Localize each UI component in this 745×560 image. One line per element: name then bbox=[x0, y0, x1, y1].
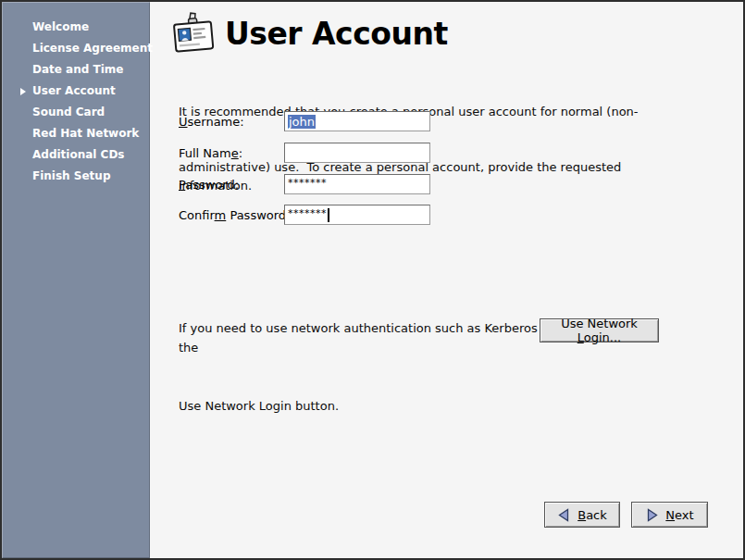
password-input[interactable]: ******* bbox=[284, 174, 430, 194]
sidebar-item-user-account: User Account bbox=[2, 81, 150, 102]
sidebar-item-sound-card: Sound Card bbox=[2, 102, 150, 123]
password-row: Password: ******* bbox=[179, 174, 430, 194]
sidebar-item-finish-setup: Finish Setup bbox=[2, 166, 150, 187]
next-button[interactable]: Next bbox=[631, 502, 708, 528]
next-arrow-icon bbox=[645, 508, 659, 522]
network-auth-note: If you need to use network authenticatio… bbox=[179, 280, 678, 454]
firstboot-window: Welcome License Agreement Date and Time … bbox=[0, 0, 745, 560]
selected-text: john bbox=[288, 115, 316, 129]
confirm-password-label: Confirm Password: bbox=[179, 208, 284, 222]
use-network-login-button[interactable]: Use Network Login... bbox=[540, 318, 659, 342]
back-button[interactable]: Back bbox=[544, 502, 620, 528]
sidebar-item-license-agreement: License Agreement bbox=[2, 38, 150, 59]
username-input[interactable]: john bbox=[284, 111, 430, 131]
confirm-password-input[interactable]: ******* bbox=[284, 205, 430, 225]
page-header: User Account bbox=[172, 11, 448, 56]
id-card-icon bbox=[172, 11, 215, 56]
full-name-input[interactable] bbox=[284, 143, 430, 163]
confirm-password-row: Confirm Password: ******* bbox=[179, 205, 430, 225]
sidebar-item-red-hat-network: Red Hat Network bbox=[2, 123, 150, 144]
full-name-row: Full Name: bbox=[179, 143, 430, 163]
username-row: Username: john bbox=[179, 111, 430, 131]
full-name-label: Full Name: bbox=[179, 146, 284, 160]
main-panel: User Account It is recommended that you … bbox=[150, 2, 743, 558]
page-title: User Account bbox=[225, 16, 448, 52]
active-step-arrow-icon bbox=[20, 88, 26, 95]
sidebar: Welcome License Agreement Date and Time … bbox=[2, 2, 150, 558]
sidebar-item-welcome: Welcome bbox=[2, 17, 150, 38]
text-caret bbox=[328, 208, 329, 222]
back-arrow-icon bbox=[557, 508, 571, 522]
sidebar-item-additional-cds: Additional CDs bbox=[2, 144, 150, 166]
sidebar-item-date-and-time: Date and Time bbox=[2, 59, 150, 81]
password-label: Password: bbox=[179, 178, 284, 192]
username-label: Username: bbox=[179, 115, 284, 129]
